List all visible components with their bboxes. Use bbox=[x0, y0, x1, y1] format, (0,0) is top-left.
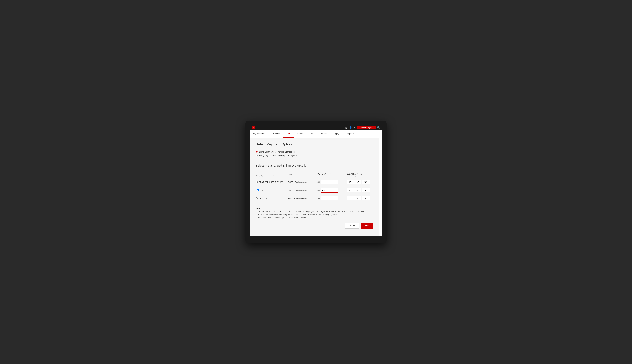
note-list: All payments made after 11:30pm (or 8:30… bbox=[256, 210, 373, 218]
row2-month-input[interactable] bbox=[354, 188, 361, 192]
note-section: Note All payments made after 11:30pm (or… bbox=[256, 207, 373, 218]
row2-checkbox-cell: SINGTEL bbox=[256, 188, 288, 192]
laptop-frame: ✕ ⊞ 👤 ✉ Proceed to Logout → 🔍 My Account… bbox=[246, 121, 386, 243]
row3-currency: S$ bbox=[318, 197, 320, 200]
button-row: Cancel Next bbox=[256, 223, 373, 232]
row2-date-cell bbox=[347, 188, 373, 192]
row1-checkbox-cell: DBS/POSB CREDIT CARDS bbox=[256, 181, 288, 183]
row1-account: POSB eSavings Account bbox=[288, 181, 318, 183]
note-title: Note bbox=[256, 207, 373, 209]
singtel-checkbox-wrapper[interactable]: SINGTEL bbox=[256, 188, 269, 192]
table-row: DBS/POSB CREDIT CARDS POSB eSavings Acco… bbox=[256, 178, 373, 186]
nav-request[interactable]: Request bbox=[342, 130, 357, 138]
radio-not-prearranged-input[interactable] bbox=[256, 154, 258, 156]
nav-plan[interactable]: Plan bbox=[306, 130, 318, 138]
sidebar-item-add-recurring[interactable]: › Add Recurring Bill Payment bbox=[380, 154, 382, 167]
row2-checkbox[interactable] bbox=[257, 189, 259, 191]
radio-prearranged-input[interactable] bbox=[256, 151, 258, 153]
row2-year-input[interactable] bbox=[362, 188, 370, 192]
row3-day-input[interactable] bbox=[347, 196, 354, 200]
logout-button[interactable]: Proceed to Logout → bbox=[357, 126, 376, 129]
radio-prearranged-label: Billing Organisation in my pre-arranged … bbox=[259, 151, 295, 153]
top-bar: ✕ ⊞ 👤 ✉ Proceed to Logout → 🔍 bbox=[250, 125, 382, 130]
nav-bar: My Accounts Transfer Pay Cards Plan Inve… bbox=[250, 130, 382, 138]
screen: ✕ ⊞ 👤 ✉ Proceed to Logout → 🔍 My Account… bbox=[250, 125, 382, 236]
row3-checkbox[interactable] bbox=[256, 197, 258, 199]
table-header: To Billing Organisation/Ref No From My A… bbox=[256, 172, 373, 178]
header-to: To Billing Organisation/Ref No bbox=[256, 173, 288, 177]
row2-day-input[interactable] bbox=[347, 188, 354, 192]
logout-label: Proceed to Logout bbox=[359, 127, 372, 128]
sidebar: › View or Delete Post-Dated Bill Payment… bbox=[379, 138, 382, 236]
radio-prearranged[interactable]: Billing Organisation in my pre-arranged … bbox=[256, 151, 373, 153]
logout-arrow-icon: → bbox=[373, 127, 374, 128]
header-amount: Payment Amount bbox=[318, 173, 347, 177]
row2-currency: S$ bbox=[318, 189, 320, 191]
row1-month-input[interactable] bbox=[354, 180, 361, 184]
nav-pay[interactable]: Pay bbox=[283, 130, 294, 138]
nav-my-accounts[interactable]: My Accounts bbox=[250, 130, 268, 138]
next-button[interactable]: Next bbox=[361, 223, 373, 228]
row1-amount-cell: S$ bbox=[318, 180, 347, 184]
row1-date-cell bbox=[347, 180, 373, 184]
row3-date-cell bbox=[347, 196, 373, 200]
row1-org-label: DBS/POSB CREDIT CARDS bbox=[259, 181, 283, 183]
row3-org-label: SP SERVICES bbox=[259, 197, 272, 200]
row2-amount-input[interactable] bbox=[320, 188, 338, 192]
radio-group: Billing Organisation in my pre-arranged … bbox=[256, 149, 373, 160]
nav-invest[interactable]: Invest bbox=[318, 130, 330, 138]
nav-transfer[interactable]: Transfer bbox=[268, 130, 283, 138]
search-icon[interactable]: 🔍 bbox=[377, 126, 380, 129]
row3-checkbox-cell: SP SERVICES bbox=[256, 197, 288, 200]
row3-account: POSB eSavings Account bbox=[288, 197, 318, 200]
row3-month-input[interactable] bbox=[354, 196, 361, 200]
note-item-1: All payments made after 11:30pm (or 8:30… bbox=[256, 210, 373, 213]
table-row: SP SERVICES POSB eSavings Account S$ bbox=[256, 194, 373, 202]
nav-apply[interactable]: Apply bbox=[330, 130, 342, 138]
cancel-button[interactable]: Cancel bbox=[345, 223, 359, 228]
row1-day-input[interactable] bbox=[347, 180, 354, 184]
row1-year-input[interactable] bbox=[362, 180, 370, 184]
header-date: Date (dd/mm/yyyy) Up to 30 days in advan… bbox=[347, 173, 373, 177]
main-content: Select Payment Option Billing Organisati… bbox=[250, 138, 379, 236]
row3-amount-cell: S$ bbox=[318, 196, 347, 200]
sidebar-item-view-delete[interactable]: › View or Delete Post-Dated Bill Payment bbox=[380, 138, 382, 154]
user-icon[interactable]: 👤 bbox=[349, 126, 352, 129]
page-title: Select Payment Option bbox=[256, 142, 373, 146]
row2-org-label: SINGTEL bbox=[260, 189, 268, 191]
row1-checkbox[interactable] bbox=[256, 181, 258, 183]
section-title: Select Pre-arranged Billing Organisation bbox=[256, 164, 373, 169]
radio-not-prearranged-label: Billing Organisation not in my pre-arran… bbox=[259, 154, 298, 157]
row2-amount-cell: S$ bbox=[318, 188, 347, 192]
radio-not-prearranged[interactable]: Billing Organisation not in my pre-arran… bbox=[256, 154, 373, 157]
content-area: Select Payment Option Billing Organisati… bbox=[250, 138, 382, 236]
table-row: SINGTEL POSB eSavings Account S$ bbox=[256, 186, 373, 194]
row3-year-input[interactable] bbox=[362, 196, 370, 200]
nav-cards[interactable]: Cards bbox=[294, 130, 306, 138]
row1-currency: S$ bbox=[318, 181, 320, 183]
row1-amount-input[interactable] bbox=[320, 180, 338, 184]
header-from: From My Account bbox=[288, 173, 318, 177]
top-bar-right: ⊞ 👤 ✉ Proceed to Logout → 🔍 bbox=[345, 126, 380, 129]
note-item-2: To allow sufficient time for processing … bbox=[256, 214, 373, 216]
row3-amount-input[interactable] bbox=[320, 196, 338, 200]
mail-icon[interactable]: ✉ bbox=[354, 126, 356, 129]
row2-account: POSB eSavings Account bbox=[288, 189, 318, 191]
grid-icon[interactable]: ⊞ bbox=[345, 126, 348, 129]
note-item-3: The above service can only be performed … bbox=[256, 216, 373, 218]
close-button[interactable]: ✕ bbox=[252, 126, 255, 129]
